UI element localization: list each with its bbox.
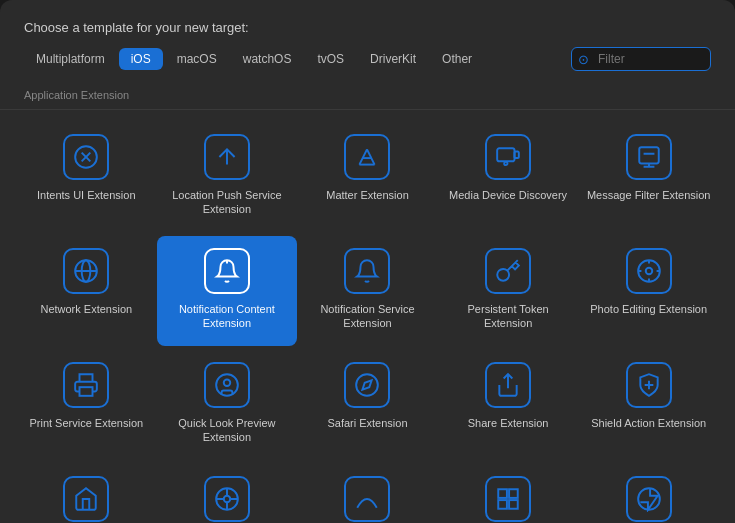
item-label-message-filter: Message Filter Extension: [587, 188, 711, 202]
notification-service-icon: [344, 248, 390, 294]
item-label-network: Network Extension: [40, 302, 132, 316]
item-label-safari: Safari Extension: [327, 416, 407, 430]
grid-item-share[interactable]: Share Extension: [438, 350, 579, 460]
item-label-share: Share Extension: [468, 416, 549, 430]
home-icon: [63, 476, 109, 522]
svg-rect-11: [639, 147, 659, 163]
dialog-header: Choose a template for your new target: M…: [0, 0, 735, 83]
photo-editing-icon: [626, 248, 672, 294]
grid-item-print-service[interactable]: Print Service Extension: [16, 350, 157, 460]
item-label-photo-editing: Photo Editing Extension: [590, 302, 707, 316]
item-label-location-push: Location Push Service Extension: [165, 188, 290, 217]
shield-action-icon: [626, 362, 672, 408]
dialog: Choose a template for your new target: M…: [0, 0, 735, 523]
bolt-icon: [626, 476, 672, 522]
svg-point-26: [216, 374, 238, 396]
filter-wrapper: ⊙: [571, 47, 711, 71]
svg-rect-39: [509, 489, 518, 498]
svg-line-5: [367, 149, 375, 164]
svg-point-33: [224, 496, 231, 503]
svg-rect-38: [498, 489, 507, 498]
section-label: Application Extension: [0, 83, 735, 110]
item-label-matter: Matter Extension: [326, 188, 409, 202]
svg-rect-8: [497, 148, 514, 161]
location-push-icon: [204, 134, 250, 180]
quick-look-icon: [204, 362, 250, 408]
grid-item-item16[interactable]: [16, 464, 157, 523]
grid-item-shield-action[interactable]: Shield Action Extension: [578, 350, 719, 460]
svg-line-4: [360, 149, 368, 164]
items-grid: Intents UI ExtensionLocation Push Servic…: [16, 122, 719, 523]
safari-icon: [344, 362, 390, 408]
grid-item-persistent-token[interactable]: Persistent Token Extension: [438, 236, 579, 346]
layout-icon: [485, 476, 531, 522]
tab-multiplatform[interactable]: Multiplatform: [24, 48, 117, 70]
grid-item-intents-ui[interactable]: Intents UI Extension: [16, 122, 157, 232]
grid-item-network[interactable]: Network Extension: [16, 236, 157, 346]
tab-bar: MultiplatformiOSmacOSwatchOStvOSDriverKi…: [24, 47, 711, 71]
filter-area: ⊙: [571, 47, 711, 71]
item-label-intents-ui: Intents UI Extension: [37, 188, 135, 202]
tab-tvos[interactable]: tvOS: [305, 48, 356, 70]
media-device-icon: [485, 134, 531, 180]
tab-other[interactable]: Other: [430, 48, 484, 70]
message-filter-icon: [626, 134, 672, 180]
grid-item-media-device[interactable]: Media Device Discovery: [438, 122, 579, 232]
notification-content-icon: [204, 248, 250, 294]
item-label-print-service: Print Service Extension: [29, 416, 143, 430]
grid-item-message-filter[interactable]: Message Filter Extension: [578, 122, 719, 232]
tab-ios[interactable]: iOS: [119, 48, 163, 70]
item-label-quick-look: Quick Look Preview Extension: [165, 416, 290, 445]
dialog-title: Choose a template for your new target:: [24, 20, 711, 35]
share-icon: [485, 362, 531, 408]
network-icon: [63, 248, 109, 294]
grid-item-item17[interactable]: [157, 464, 298, 523]
svg-rect-9: [515, 152, 519, 159]
item-label-persistent-token: Persistent Token Extension: [446, 302, 571, 331]
persistent-token-icon: [485, 248, 531, 294]
grid-area: Intents UI ExtensionLocation Push Servic…: [0, 110, 735, 523]
svg-marker-29: [363, 380, 372, 389]
tab-driverkit[interactable]: DriverKit: [358, 48, 428, 70]
grid-item-notification-content[interactable]: Notification Content Extension: [157, 236, 298, 346]
intents-ui-icon: [63, 134, 109, 180]
grid-item-item20[interactable]: [578, 464, 719, 523]
location-icon: [204, 476, 250, 522]
grid-item-quick-look[interactable]: Quick Look Preview Extension: [157, 350, 298, 460]
grid-item-photo-editing[interactable]: Photo Editing Extension: [578, 236, 719, 346]
grid-item-safari[interactable]: Safari Extension: [297, 350, 438, 460]
grid-item-item19[interactable]: [438, 464, 579, 523]
svg-point-10: [504, 162, 507, 165]
matter-icon: [344, 134, 390, 180]
svg-rect-40: [498, 500, 507, 509]
tab-watchos[interactable]: watchOS: [231, 48, 304, 70]
item-label-shield-action: Shield Action Extension: [591, 416, 706, 430]
grid-item-location-push[interactable]: Location Push Service Extension: [157, 122, 298, 232]
svg-rect-25: [80, 387, 93, 396]
item-label-notification-service: Notification Service Extension: [305, 302, 430, 331]
print-service-icon: [63, 362, 109, 408]
svg-point-20: [645, 268, 652, 275]
grid-item-matter[interactable]: Matter Extension: [297, 122, 438, 232]
svg-point-27: [224, 380, 231, 387]
arc-icon: [344, 476, 390, 522]
svg-rect-41: [509, 500, 518, 509]
grid-item-notification-service[interactable]: Notification Service Extension: [297, 236, 438, 346]
item-label-notification-content: Notification Content Extension: [165, 302, 290, 331]
filter-input[interactable]: [571, 47, 711, 71]
tab-macos[interactable]: macOS: [165, 48, 229, 70]
item-label-media-device: Media Device Discovery: [449, 188, 567, 202]
grid-item-item18[interactable]: [297, 464, 438, 523]
svg-point-28: [357, 374, 379, 396]
